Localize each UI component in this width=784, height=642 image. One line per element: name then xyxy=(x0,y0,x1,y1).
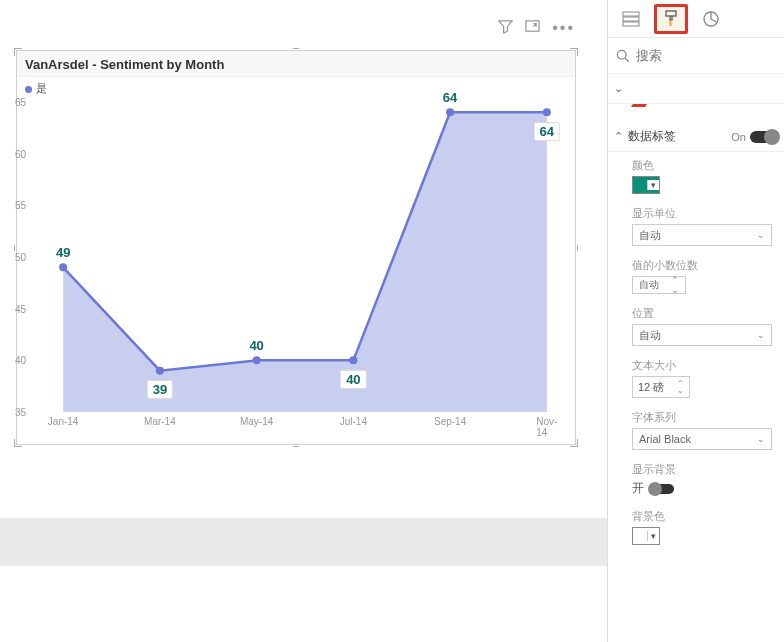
data-label: 49 xyxy=(53,244,73,261)
legend-label: 是 xyxy=(36,82,47,94)
y-tick-label: 55 xyxy=(15,200,26,211)
fields-tab[interactable] xyxy=(614,4,648,34)
section-label: 数据标签 xyxy=(628,128,731,145)
callout-marker xyxy=(608,104,784,122)
svg-point-4 xyxy=(349,356,357,364)
spinner-value: 12 磅 xyxy=(638,380,664,395)
dropdown-value: 自动 xyxy=(639,328,661,343)
toggle-on-label: On xyxy=(731,131,746,143)
svg-point-2 xyxy=(156,367,164,375)
data-label: 64 xyxy=(534,122,560,141)
search-input[interactable] xyxy=(636,48,756,63)
position-dropdown[interactable]: 自动⌄ xyxy=(632,324,772,346)
dropdown-value: 自动 xyxy=(639,278,659,292)
font-family-label: 字体系列 xyxy=(632,410,774,425)
chevron-down-icon: ⌄ xyxy=(614,82,628,95)
y-tick-label: 45 xyxy=(15,303,26,314)
y-tick-label: 35 xyxy=(15,407,26,418)
svg-point-5 xyxy=(446,108,454,116)
font-family-dropdown[interactable]: Arial Black⌄ xyxy=(632,428,772,450)
x-tick-label: Sep-14 xyxy=(434,416,466,427)
decimals-dropdown[interactable]: 自动⌃⌄ xyxy=(632,276,686,294)
data-label: 39 xyxy=(147,380,173,399)
chevron-up-icon: ⌃ xyxy=(614,130,628,143)
position-label: 位置 xyxy=(632,306,774,321)
data-labels-toggle[interactable] xyxy=(750,131,778,143)
chart-title: VanArsdel - Sentiment by Month xyxy=(17,51,575,77)
legend-marker xyxy=(25,86,32,93)
resize-handle[interactable] xyxy=(293,48,299,49)
y-tick-label: 50 xyxy=(15,252,26,263)
font-size-spinner[interactable]: 12 磅⌃⌄ xyxy=(632,376,690,398)
focus-icon[interactable] xyxy=(525,19,540,38)
panel-tabs xyxy=(608,0,784,38)
resize-handle[interactable] xyxy=(293,446,299,447)
format-panel: ⌄ ⌃ 数据标签 On 颜色 ▾ 显示单位 自动⌄ 值的小数位数 自动⌃⌄ 位置… xyxy=(607,0,784,642)
search-row xyxy=(608,38,784,74)
y-tick-label: 40 xyxy=(15,355,26,366)
chart-svg xyxy=(43,102,567,412)
canvas-bottom-strip xyxy=(0,518,607,566)
filter-icon[interactable] xyxy=(498,19,513,38)
resize-handle[interactable] xyxy=(14,439,22,447)
resize-handle[interactable] xyxy=(14,48,22,56)
svg-point-1 xyxy=(59,263,67,271)
report-canvas: ••• VanArsdel - Sentiment by Month 是 354… xyxy=(0,0,607,642)
dropdown-value: 自动 xyxy=(639,228,661,243)
font-size-label: 文本大小 xyxy=(632,358,774,373)
color-label: 颜色 xyxy=(632,158,774,173)
format-tab[interactable] xyxy=(654,4,688,34)
chart-visual[interactable]: ••• VanArsdel - Sentiment by Month 是 354… xyxy=(16,50,576,445)
bg-color-picker[interactable]: ▾ xyxy=(632,527,660,545)
data-label: 40 xyxy=(340,370,366,389)
svg-point-6 xyxy=(543,108,551,116)
svg-rect-10 xyxy=(666,11,676,16)
x-tick-label: May-14 xyxy=(240,416,273,427)
svg-rect-9 xyxy=(623,22,639,26)
visual-header: ••• xyxy=(498,19,575,38)
collapsed-section-row[interactable]: ⌄ xyxy=(608,74,784,104)
more-icon[interactable]: ••• xyxy=(552,19,575,38)
x-tick-label: Nov-14 xyxy=(536,416,557,438)
decimals-label: 值的小数位数 xyxy=(632,258,774,273)
svg-rect-7 xyxy=(623,12,639,16)
svg-point-3 xyxy=(253,356,261,364)
x-tick-label: Jan-14 xyxy=(48,416,79,427)
properties-list: 颜色 ▾ 显示单位 自动⌄ 值的小数位数 自动⌃⌄ 位置 自动⌄ 文本大小 12… xyxy=(608,152,784,642)
show-bg-label: 显示背景 xyxy=(632,462,774,477)
svg-rect-8 xyxy=(623,17,639,21)
analytics-tab[interactable] xyxy=(694,4,728,34)
x-tick-label: Mar-14 xyxy=(144,416,176,427)
bg-color-label: 背景色 xyxy=(632,509,774,524)
svg-rect-0 xyxy=(526,21,539,31)
x-tick-label: Jul-14 xyxy=(340,416,367,427)
y-tick-label: 65 xyxy=(15,97,26,108)
color-picker[interactable]: ▾ xyxy=(632,176,660,194)
x-axis-labels: Jan-14Mar-14May-14Jul-14Sep-14Nov-14 xyxy=(43,416,567,432)
data-label: 64 xyxy=(440,89,460,106)
chart-plot-area: 35404550556065493940406464 xyxy=(43,102,567,412)
dropdown-value: Arial Black xyxy=(639,433,691,445)
resize-handle[interactable] xyxy=(570,48,578,56)
toggle-state-label: 开 xyxy=(632,480,644,497)
y-tick-label: 60 xyxy=(15,148,26,159)
search-icon xyxy=(616,49,630,63)
show-bg-toggle[interactable]: 开 xyxy=(632,480,774,497)
data-labels-section-header[interactable]: ⌃ 数据标签 On xyxy=(608,122,784,152)
data-label: 40 xyxy=(246,337,266,354)
resize-handle[interactable] xyxy=(577,245,578,251)
resize-handle[interactable] xyxy=(570,439,578,447)
svg-point-12 xyxy=(617,50,626,59)
chart-legend: 是 xyxy=(17,77,575,100)
display-unit-label: 显示单位 xyxy=(632,206,774,221)
display-unit-dropdown[interactable]: 自动⌄ xyxy=(632,224,772,246)
resize-handle[interactable] xyxy=(14,245,15,251)
